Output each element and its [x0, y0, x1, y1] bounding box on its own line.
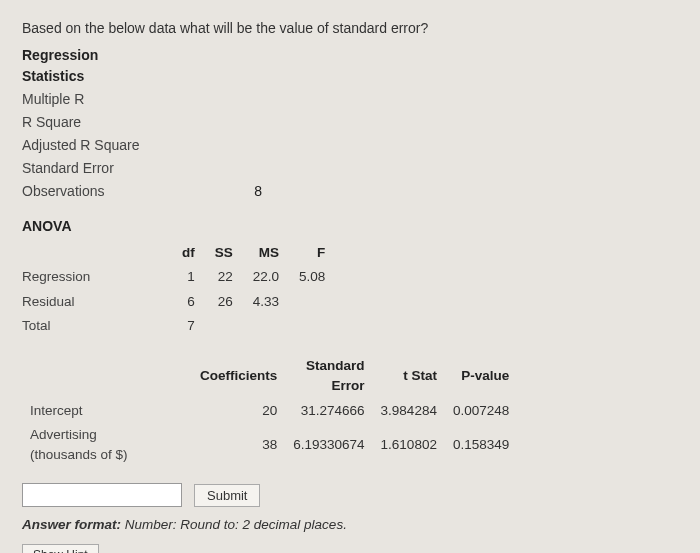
- coef-cell: 20: [192, 399, 285, 423]
- coef-row-label: Advertising (thousands of $): [22, 423, 192, 468]
- anova-cell: 4.33: [243, 290, 289, 314]
- stats-label: Multiple R: [22, 89, 202, 110]
- anova-row-label: Regression: [22, 265, 172, 289]
- stats-label: Observations: [22, 181, 202, 202]
- coef-header-standard-error: Standard Error: [285, 354, 372, 399]
- anova-cell: 1: [172, 265, 205, 289]
- stats-value: 8: [202, 181, 262, 202]
- anova-cell: 5.08: [289, 265, 335, 289]
- coefficients-table: Coefficients Standard Error t Stat P-val…: [22, 354, 517, 467]
- coef-header-pvalue: P-value: [445, 354, 517, 399]
- answer-format-text: Number: Round to: 2 decimal places.: [121, 517, 347, 532]
- anova-title: ANOVA: [22, 216, 678, 237]
- coef-cell: 1.610802: [373, 423, 445, 468]
- anova-header-f: F: [289, 241, 335, 265]
- anova-cell: [205, 314, 243, 338]
- anova-header-ms: MS: [243, 241, 289, 265]
- anova-cell: 26: [205, 290, 243, 314]
- coef-row-label: Intercept: [22, 399, 192, 423]
- anova-cell: 7: [172, 314, 205, 338]
- answer-format-label: Answer format:: [22, 517, 121, 532]
- stats-row: Standard Error: [22, 158, 678, 179]
- coef-header-coefficients: Coefficients: [192, 354, 285, 399]
- coef-cell: 0.158349: [445, 423, 517, 468]
- coef-cell: 3.984284: [373, 399, 445, 423]
- coef-row: Advertising (thousands of $) 38 6.193306…: [22, 423, 517, 468]
- stats-row: Adjusted R Square: [22, 135, 678, 156]
- stats-row: Observations 8: [22, 181, 678, 202]
- answer-row: Submit: [22, 483, 678, 507]
- stats-row: R Square: [22, 112, 678, 133]
- anova-row-label: Residual: [22, 290, 172, 314]
- anova-cell: 22: [205, 265, 243, 289]
- anova-cell: [243, 314, 289, 338]
- coef-cell: 31.274666: [285, 399, 372, 423]
- stats-label: Standard Error: [22, 158, 202, 179]
- anova-cell: 6: [172, 290, 205, 314]
- stats-value: [202, 112, 262, 133]
- question-text: Based on the below data what will be the…: [22, 18, 678, 39]
- anova-cell: 22.0: [243, 265, 289, 289]
- coef-row: Intercept 20 31.274666 3.984284 0.007248: [22, 399, 517, 423]
- coef-header-tstat: t Stat: [373, 354, 445, 399]
- coef-cell: 6.19330674: [285, 423, 372, 468]
- coef-header-row: Coefficients Standard Error t Stat P-val…: [22, 354, 517, 399]
- anova-header-ss: SS: [205, 241, 243, 265]
- stats-value: [202, 89, 262, 110]
- answer-format: Answer format: Number: Round to: 2 decim…: [22, 515, 678, 535]
- coef-header-blank: [22, 354, 192, 399]
- stats-value: [202, 158, 262, 179]
- anova-table: df SS MS F Regression 1 22 22.0 5.08 Res…: [22, 241, 335, 338]
- anova-row: Regression 1 22 22.0 5.08: [22, 265, 335, 289]
- regression-statistics-block: Regression Statistics Multiple R R Squar…: [22, 45, 678, 202]
- regression-heading-1: Regression: [22, 45, 678, 66]
- anova-header-blank: [22, 241, 172, 265]
- anova-header-df: df: [172, 241, 205, 265]
- stats-label: Adjusted R Square: [22, 135, 202, 156]
- stats-value: [202, 135, 262, 156]
- stats-label: R Square: [22, 112, 202, 133]
- anova-row: Total 7: [22, 314, 335, 338]
- anova-row: Residual 6 26 4.33: [22, 290, 335, 314]
- anova-cell: [289, 290, 335, 314]
- anova-header-row: df SS MS F: [22, 241, 335, 265]
- submit-button[interactable]: Submit: [194, 484, 260, 507]
- show-hint-button[interactable]: Show Hint: [22, 544, 99, 554]
- answer-input[interactable]: [22, 483, 182, 507]
- coef-cell: 0.007248: [445, 399, 517, 423]
- anova-row-label: Total: [22, 314, 172, 338]
- stats-row: Multiple R: [22, 89, 678, 110]
- coef-cell: 38: [192, 423, 285, 468]
- regression-heading-2: Statistics: [22, 66, 678, 87]
- anova-cell: [289, 314, 335, 338]
